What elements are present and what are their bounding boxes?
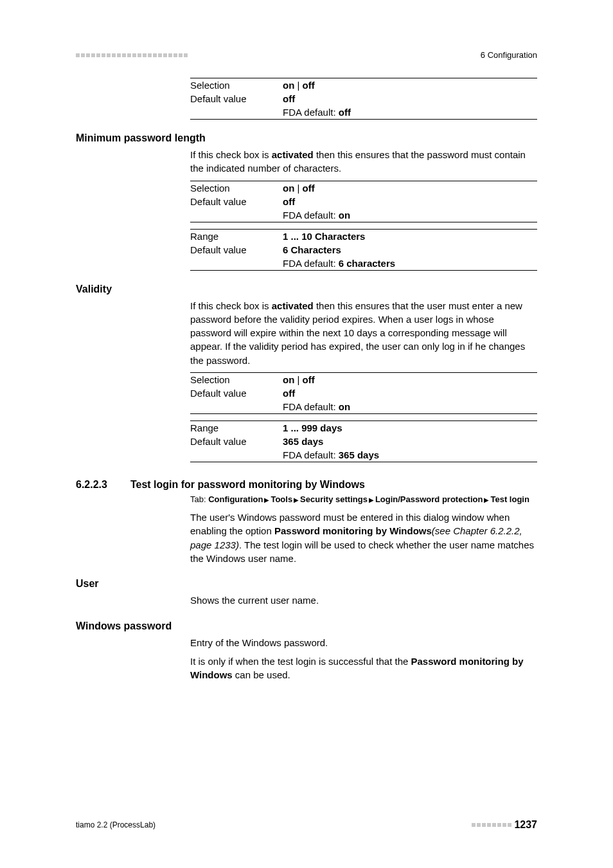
default-value: off	[283, 388, 295, 399]
crumb: Configuration	[208, 494, 263, 504]
footer-decoration-squares	[472, 823, 511, 827]
fda-default-label: FDA default:	[283, 449, 339, 460]
fda-default-label: FDA default:	[283, 401, 339, 412]
range-value: 1 ... 10 Characters	[283, 231, 365, 242]
fda-default-label: FDA default:	[283, 107, 339, 118]
text-fragment: If this check box is	[190, 149, 272, 160]
range-value: 1 ... 999 days	[283, 422, 342, 433]
paragraph: Entry of the Windows password.	[190, 636, 537, 649]
header-section-label: 6 Configuration	[481, 50, 537, 60]
page-header: 6 Configuration	[0, 50, 613, 60]
fda-default-value: on	[339, 401, 350, 412]
table-cell	[190, 400, 283, 414]
text-fragment: It is only if when the test login is suc…	[190, 656, 411, 667]
default-value: off	[283, 93, 295, 104]
default-value: off	[283, 196, 295, 207]
fda-default-value: 6 characters	[339, 258, 395, 269]
table-cell: FDA default: off	[283, 105, 537, 120]
table-cell	[190, 105, 283, 120]
default-value: 365 days	[283, 436, 323, 447]
table-cell	[190, 448, 283, 462]
min-password-table-2: Range 1 ... 10 Characters Default value …	[190, 229, 537, 271]
selection-default-table-top: Selection on | off Default value off FDA…	[190, 78, 537, 120]
fda-default-value: off	[339, 107, 351, 118]
validity-table-2: Range 1 ... 999 days Default value 365 d…	[190, 420, 537, 462]
paragraph: The user's Windows password must be ente…	[190, 511, 537, 565]
table-cell: Range	[190, 229, 283, 243]
table-cell: 365 days	[283, 435, 537, 448]
crumb: Test login	[490, 494, 529, 504]
value-off: off	[303, 80, 315, 91]
crumb: Tools	[271, 494, 292, 504]
table-cell: Selection	[190, 373, 283, 387]
crumb: Security settings	[300, 494, 368, 504]
triangle-right-icon: ▶	[484, 496, 489, 503]
min-password-table-1: Selection on | off Default value off FDA…	[190, 181, 537, 222]
table-cell: on | off	[283, 181, 537, 195]
page-footer: tiamo 2.2 (ProcessLab) 1237	[0, 819, 613, 831]
triangle-right-icon: ▶	[294, 496, 299, 503]
tab-breadcrumb: Tab: Configuration▶Tools▶Security settin…	[190, 494, 537, 504]
triangle-right-icon: ▶	[264, 496, 269, 503]
table-cell: Range	[190, 421, 283, 435]
table-cell	[190, 208, 283, 222]
header-decoration-squares	[76, 53, 188, 57]
table-cell	[190, 257, 283, 271]
table-cell: FDA default: on	[283, 208, 537, 222]
paragraph: If this check box is activated then this…	[190, 148, 537, 176]
text-bold-activated: activated	[272, 149, 314, 160]
value-sep: |	[294, 183, 302, 194]
table-cell: Default value	[190, 195, 283, 208]
table-cell: off	[283, 195, 537, 208]
validity-table-1: Selection on | off Default value off FDA…	[190, 372, 537, 414]
value-on: on	[283, 80, 294, 91]
value-off: off	[303, 183, 315, 194]
heading-windows-password: Windows password	[76, 620, 537, 632]
table-cell: on | off	[283, 373, 537, 387]
table-cell: on | off	[283, 78, 537, 93]
table-cell: Default value	[190, 92, 283, 105]
tab-label: Tab:	[190, 494, 208, 504]
footer-right: 1237	[472, 819, 537, 831]
page-number: 1237	[514, 819, 537, 831]
value-sep: |	[294, 80, 302, 91]
text-fragment: can be used.	[233, 669, 290, 680]
heading-validity: Validity	[76, 284, 537, 295]
value-on: on	[283, 374, 294, 385]
text-fragment: . The test login will be used to check w…	[190, 539, 534, 564]
table-cell: Selection	[190, 78, 283, 93]
table-cell: 1 ... 10 Characters	[283, 229, 537, 243]
paragraph: It is only if when the test login is suc…	[190, 655, 537, 682]
table-cell: Selection	[190, 181, 283, 195]
table-cell: Default value	[190, 386, 283, 400]
table-cell: off	[283, 386, 537, 400]
table-cell: Default value	[190, 435, 283, 448]
section-6223-heading: 6.2.2.3 Test login for password monitori…	[76, 479, 537, 491]
heading-minimum-password-length: Minimum password length	[76, 132, 537, 144]
text-bold: Password monitoring by Windows	[274, 525, 432, 536]
table-cell: Default value	[190, 243, 283, 257]
section-title: Test login for password monitoring by Wi…	[130, 479, 365, 491]
value-on: on	[283, 183, 294, 194]
paragraph: Shows the current user name.	[190, 593, 537, 607]
table-cell: FDA default: on	[283, 400, 537, 414]
section-number: 6.2.2.3	[76, 479, 107, 491]
text-bold-activated: activated	[272, 300, 314, 311]
fda-default-value: 365 days	[339, 449, 379, 460]
value-sep: |	[294, 374, 302, 385]
fda-default-value: on	[339, 210, 350, 221]
triangle-right-icon: ▶	[369, 496, 374, 503]
table-cell: 6 Characters	[283, 243, 537, 257]
fda-default-label: FDA default:	[283, 258, 339, 269]
paragraph: If this check box is activated then this…	[190, 299, 537, 367]
table-cell: off	[283, 92, 537, 105]
heading-user: User	[76, 578, 537, 590]
table-cell: 1 ... 999 days	[283, 421, 537, 435]
default-value: 6 Characters	[283, 244, 341, 255]
text-fragment: If this check box is	[190, 300, 272, 311]
crumb: Login/Password protection	[375, 494, 483, 504]
fda-default-label: FDA default:	[283, 210, 339, 221]
footer-product-label: tiamo 2.2 (ProcessLab)	[76, 820, 155, 829]
value-off: off	[303, 374, 315, 385]
table-cell: FDA default: 6 characters	[283, 257, 537, 271]
